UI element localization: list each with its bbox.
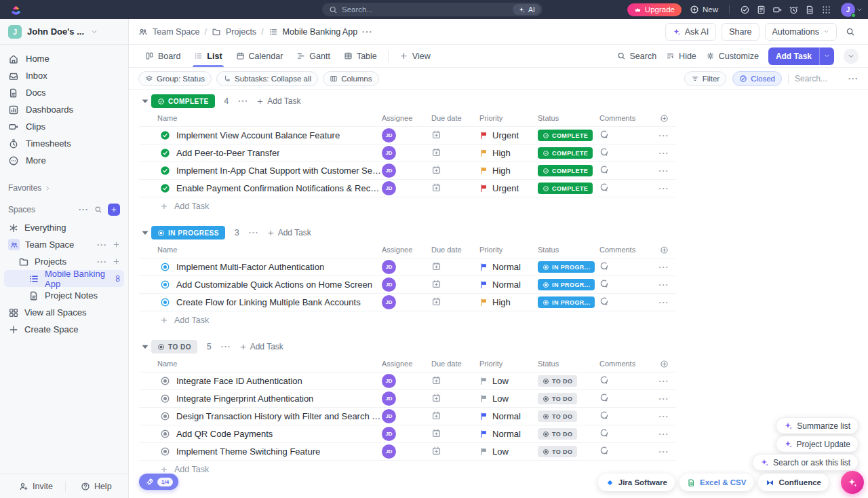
spaces-more-button[interactable]: ··· — [79, 205, 89, 214]
status-badge[interactable]: IN PROGR... — [538, 261, 595, 273]
column-priority[interactable]: Priority — [479, 246, 538, 254]
assignee-avatar[interactable]: JD — [382, 164, 396, 178]
assignee-avatar[interactable]: JD — [382, 277, 396, 292]
sidebar-item-more[interactable]: More — [0, 152, 128, 169]
reminder-icon[interactable] — [785, 3, 802, 16]
task-row[interactable]: Add QR Code Payments JD Normal TO DO ··· — [139, 425, 676, 442]
priority-cell[interactable]: Normal — [479, 280, 538, 290]
task-row[interactable]: Enable Payment Confirmation Notification… — [139, 179, 676, 197]
priority-cell[interactable]: Urgent — [479, 183, 538, 193]
task-status-icon[interactable] — [160, 148, 170, 158]
integration-confluence[interactable]: Confluence — [758, 474, 829, 491]
column-name[interactable]: Name — [139, 114, 382, 122]
assignee-avatar[interactable]: JD — [382, 427, 396, 441]
priority-cell[interactable]: Low — [479, 446, 538, 457]
task-more-button[interactable]: ··· — [652, 149, 676, 158]
task-status-icon[interactable] — [160, 297, 170, 307]
status-badge[interactable]: COMPLETE — [538, 130, 593, 141]
task-row[interactable]: Integrate Face ID Authentication JD Low … — [139, 372, 676, 389]
assignee-avatar[interactable]: JD — [382, 374, 396, 388]
filter-button[interactable]: Filter — [684, 71, 727, 86]
onboarding-progress-pill[interactable]: 1/4 — [139, 474, 178, 490]
due-date-button[interactable] — [431, 183, 441, 193]
breadcrumb-more-button[interactable]: ··· — [362, 27, 373, 37]
task-name[interactable]: Add Customizable Quick Actions on Home S… — [176, 280, 372, 290]
assignee-avatar[interactable]: JD — [382, 128, 396, 142]
comment-icon[interactable] — [599, 147, 609, 157]
task-row[interactable]: Integrate Fingerprint Authentication JD … — [139, 389, 676, 407]
apps-grid-icon[interactable] — [818, 3, 834, 16]
sidebar-item-docs[interactable]: Docs — [0, 84, 128, 101]
comment-icon[interactable] — [599, 165, 609, 174]
column-name[interactable]: Name — [139, 360, 382, 368]
status-badge[interactable]: TO DO — [538, 428, 577, 440]
workspace-switcher[interactable]: J John Doe's ... — [0, 19, 128, 45]
assignee-avatar[interactable]: JD — [382, 295, 396, 309]
collapse-group-button[interactable] — [139, 94, 151, 109]
due-date-button[interactable] — [431, 296, 441, 307]
assignee-avatar[interactable]: JD — [382, 444, 396, 459]
task-name[interactable]: Design Transaction History with Filter a… — [176, 411, 382, 421]
priority-cell[interactable]: Urgent — [479, 130, 538, 140]
add-column-button[interactable] — [652, 246, 676, 254]
collapse-group-button[interactable] — [139, 339, 151, 354]
comment-icon[interactable] — [599, 130, 609, 139]
column-due-date[interactable]: Due date — [431, 114, 479, 122]
sidebar-item-dashboards[interactable]: Dashboards — [0, 101, 128, 118]
column-priority[interactable]: Priority — [479, 360, 538, 368]
filter-pill-subtasks-collapse-all[interactable]: Subtasks: Collapse all — [216, 71, 318, 86]
priority-cell[interactable]: Low — [479, 394, 538, 404]
comment-icon[interactable] — [599, 410, 609, 420]
filter-pill-group-status[interactable]: Group: Status — [138, 71, 212, 86]
due-date-button[interactable] — [431, 165, 441, 175]
column-status[interactable]: Status — [538, 114, 599, 122]
task-status-icon[interactable] — [160, 446, 170, 457]
task-row[interactable]: Implement Multi-Factor Authentication JD… — [139, 258, 676, 275]
priority-cell[interactable]: Normal — [479, 262, 538, 272]
task-status-icon[interactable] — [160, 429, 170, 439]
task-name[interactable]: Enable Payment Confirmation Notification… — [176, 183, 382, 193]
list-search-input[interactable]: Search... — [795, 74, 842, 83]
task-status-icon[interactable] — [160, 411, 170, 421]
search-tasks-button[interactable]: Search — [617, 52, 657, 61]
column-name[interactable]: Name — [139, 246, 382, 254]
comment-icon[interactable] — [599, 183, 609, 192]
task-row[interactable]: Implement In-App Chat Support with Custo… — [139, 161, 676, 179]
automations-button[interactable]: Automations — [765, 23, 837, 41]
tab-gantt[interactable]: Gantt — [290, 45, 337, 67]
ask-ai-button[interactable]: Ask AI — [665, 23, 716, 41]
due-date-button[interactable] — [431, 393, 441, 403]
filter-more-button[interactable]: ··· — [848, 74, 859, 83]
add-column-button[interactable] — [652, 114, 676, 123]
add-view-button[interactable]: View — [393, 45, 437, 67]
comment-icon[interactable] — [599, 393, 609, 402]
priority-cell[interactable]: Low — [479, 376, 538, 386]
task-name[interactable]: Add QR Code Payments — [176, 429, 273, 439]
status-badge[interactable]: COMPLETE — [538, 183, 593, 194]
more-button[interactable]: ··· — [97, 257, 107, 267]
tab-table[interactable]: Table — [337, 45, 384, 67]
status-badge[interactable]: TO DO — [538, 446, 577, 457]
task-more-button[interactable]: ··· — [652, 280, 676, 290]
add-space-button[interactable] — [108, 204, 120, 216]
sidebar-item-clips[interactable]: Clips — [0, 118, 128, 135]
priority-cell[interactable]: High — [479, 297, 538, 307]
group-more-button[interactable]: ··· — [238, 96, 248, 106]
task-status-icon[interactable] — [160, 183, 170, 193]
breadcrumb-projects[interactable]: Projects — [226, 27, 256, 37]
plus-icon[interactable] — [113, 258, 120, 265]
plus-icon[interactable] — [113, 241, 120, 248]
collapse-header-button[interactable] — [844, 49, 859, 64]
task-status-icon[interactable] — [160, 166, 170, 176]
task-more-button[interactable]: ··· — [652, 184, 676, 193]
task-more-button[interactable]: ··· — [652, 166, 676, 176]
column-due-date[interactable]: Due date — [431, 360, 479, 368]
add-task-row[interactable]: Add Task — [139, 311, 676, 328]
comment-icon[interactable] — [599, 375, 609, 385]
task-more-button[interactable]: ··· — [652, 131, 676, 140]
hide-button[interactable]: Hide — [666, 52, 696, 61]
task-more-button[interactable]: ··· — [652, 394, 676, 404]
user-menu[interactable]: J — [841, 3, 863, 17]
sidebar-item-home[interactable]: Home — [0, 50, 128, 67]
due-date-button[interactable] — [431, 130, 441, 140]
